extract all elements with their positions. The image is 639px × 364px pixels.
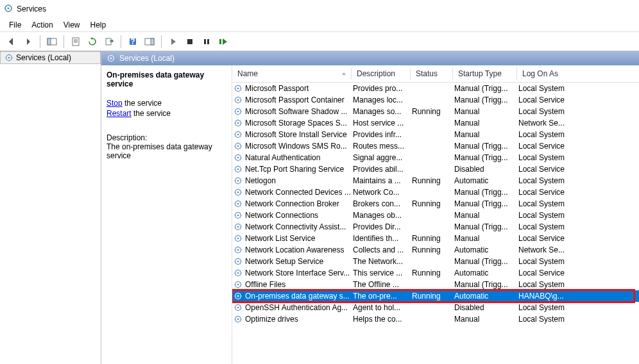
service-row[interactable]: Network Location AwarenessCollects and .…	[232, 244, 639, 256]
cell-description: Manages loc...	[352, 95, 411, 104]
svg-point-42	[237, 203, 239, 205]
service-row[interactable]: Microsoft PassportProvides pro...Manual …	[232, 83, 639, 94]
nav-label: Services (Local)	[16, 53, 71, 62]
body-panes: Services (Local) Services (Local) On-pre…	[0, 51, 639, 364]
svg-rect-4	[72, 38, 79, 46]
cell-logon: Local System	[517, 153, 581, 162]
service-row[interactable]: Network Setup ServiceThe Network...Manua…	[232, 256, 639, 267]
cell-description: Collects and ...	[352, 245, 411, 254]
service-row[interactable]: Microsoft Store Install ServiceProvides …	[232, 129, 639, 140]
cell-startup: Manual (Trigg...	[453, 280, 517, 289]
service-row[interactable]: Network List ServiceIdentifies th...Runn…	[232, 233, 639, 244]
service-row[interactable]: Offline FilesThe Offline ...Manual (Trig…	[232, 279, 639, 290]
content-body: On-premises data gateway service Stop th…	[101, 65, 639, 364]
cell-name: Network Setup Service	[232, 257, 352, 266]
gear-icon	[234, 211, 243, 220]
column-header-logon[interactable]: Log On As	[517, 65, 581, 82]
cell-logon: HANABQ\g...	[517, 292, 581, 301]
svg-rect-16	[219, 39, 221, 44]
service-row[interactable]: OpenSSH Authentication Ag...Agent to hol…	[232, 302, 639, 313]
service-row[interactable]: Optimize drivesHelps the co...ManualLoca…	[232, 313, 639, 325]
menu-file[interactable]: File	[4, 19, 26, 30]
svg-point-58	[237, 295, 239, 297]
svg-point-62	[237, 318, 239, 320]
cell-logon: Network Se...	[517, 245, 581, 254]
gear-icon	[234, 257, 243, 266]
list-body[interactable]: Microsoft PassportProvides pro...Manual …	[232, 83, 639, 364]
service-row[interactable]: NetlogonMaintains a ...RunningAutomaticL…	[232, 175, 639, 186]
menu-action[interactable]: Action	[26, 19, 58, 30]
cell-status: Running	[411, 107, 453, 116]
restart-service-button[interactable]	[216, 34, 231, 49]
start-service-button[interactable]	[166, 34, 181, 49]
back-button[interactable]	[4, 34, 19, 49]
service-row[interactable]: Microsoft Software Shadow ...Manages so.…	[232, 106, 639, 117]
service-row[interactable]: Network Connection BrokerBrokers con...R…	[232, 198, 639, 210]
cell-logon: Local System	[517, 211, 581, 220]
cell-description: Brokers con...	[352, 199, 411, 208]
content-header-label: Services (Local)	[119, 54, 175, 63]
column-header-startup[interactable]: Startup Type	[453, 65, 517, 82]
restart-service-link[interactable]: Restart	[106, 109, 132, 118]
services-list: Name Description Status Startup Type Log…	[232, 65, 639, 364]
svg-point-54	[237, 272, 239, 274]
service-row[interactable]: Network Store Interface Serv...This serv…	[232, 267, 639, 279]
stop-service-button[interactable]	[182, 34, 198, 49]
cell-startup: Manual (Trigg...	[453, 188, 517, 197]
cell-name: Microsoft Store Install Service	[232, 130, 352, 139]
svg-point-48	[237, 238, 239, 240]
cell-description: Agent to hol...	[352, 303, 411, 312]
svg-point-34	[237, 157, 239, 159]
svg-point-40	[237, 192, 239, 194]
svg-rect-14	[204, 39, 206, 44]
menu-help[interactable]: Help	[85, 19, 112, 30]
cell-startup: Manual	[453, 130, 517, 139]
service-row[interactable]: On-premises data gateway s...The on-pre.…	[232, 290, 639, 302]
cell-logon: Local System	[517, 257, 581, 266]
navigation-pane[interactable]: Services (Local)	[0, 51, 101, 364]
cell-logon: Local System	[517, 315, 581, 324]
refresh-button[interactable]	[85, 34, 100, 49]
pause-service-button[interactable]	[199, 34, 214, 49]
menu-view[interactable]: View	[58, 19, 85, 30]
column-header-name[interactable]: Name	[232, 65, 352, 82]
cell-logon: Local System	[517, 84, 581, 93]
service-row[interactable]: Microsoft Storage Spaces S...Host servic…	[232, 117, 639, 129]
cell-description: Routes mess...	[352, 142, 411, 151]
service-row[interactable]: Net.Tcp Port Sharing ServiceProvides abi…	[232, 163, 639, 175]
service-row[interactable]: Natural AuthenticationSignal aggre...Man…	[232, 152, 639, 163]
cell-status: Running	[411, 176, 453, 185]
cell-startup: Manual (Trigg...	[453, 95, 517, 104]
svg-rect-3	[47, 38, 51, 45]
stop-service-line: Stop the service	[106, 99, 226, 108]
cell-description: Provides abil...	[352, 165, 411, 174]
export-list-button[interactable]	[101, 34, 117, 49]
forward-button[interactable]	[21, 34, 36, 49]
properties-button[interactable]	[68, 34, 83, 49]
cell-description: Manages so...	[352, 107, 411, 116]
show-hide-console-tree-button[interactable]	[44, 34, 60, 49]
column-header-status[interactable]: Status	[411, 65, 453, 82]
cell-logon: Local System	[517, 280, 581, 289]
service-row[interactable]: Microsoft Passport ContainerManages loc.…	[232, 94, 639, 106]
services-window: Services File Action View Help ? Service…	[0, 0, 639, 364]
show-hide-action-pane-button[interactable]	[142, 34, 157, 49]
toolbar-separator	[121, 35, 121, 48]
column-header-description[interactable]: Description	[352, 65, 411, 82]
gear-icon	[234, 234, 243, 243]
app-icon	[4, 4, 13, 15]
svg-point-24	[237, 99, 239, 101]
service-row[interactable]: Network ConnectionsManages ob...ManualLo…	[232, 210, 639, 221]
toolbar-separator	[40, 35, 40, 48]
cell-name: Microsoft Passport	[232, 84, 352, 93]
cell-logon: Network Se...	[517, 119, 581, 128]
cell-startup: Manual	[453, 211, 517, 220]
svg-point-52	[237, 261, 239, 263]
service-row[interactable]: Network Connected Devices ...Network Co.…	[232, 186, 639, 198]
service-row[interactable]: Microsoft Windows SMS Ro...Routes mess..…	[232, 140, 639, 152]
gear-icon	[234, 222, 243, 231]
nav-services-local[interactable]: Services (Local)	[0, 51, 101, 64]
service-row[interactable]: Network Connectivity Assist...Provides D…	[232, 221, 639, 233]
stop-service-link[interactable]: Stop	[106, 99, 123, 108]
help-button[interactable]: ?	[125, 34, 141, 49]
